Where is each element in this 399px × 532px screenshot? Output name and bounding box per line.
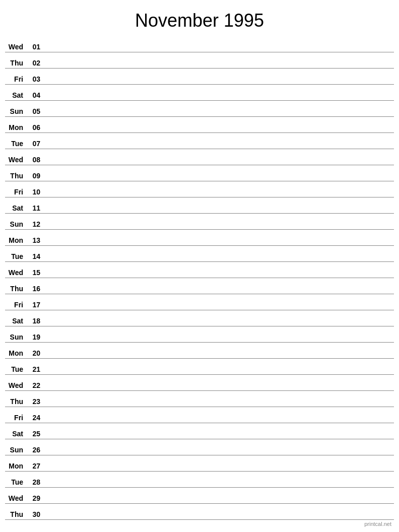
day-name: Tue (5, 365, 25, 373)
day-number: 10 (25, 188, 40, 196)
day-row: Mon20 (5, 343, 394, 359)
day-name: Sat (5, 430, 25, 438)
day-row: Thu02 (5, 52, 394, 69)
day-number: 25 (25, 430, 40, 438)
day-row: Thu23 (5, 391, 394, 407)
day-row: Tue28 (5, 472, 394, 488)
day-row: Mon27 (5, 455, 394, 472)
day-name: Sat (5, 91, 25, 99)
day-number: 02 (25, 59, 40, 67)
day-number: 30 (25, 510, 40, 518)
day-number: 27 (25, 462, 40, 470)
day-number: 18 (25, 317, 40, 325)
day-name: Sun (5, 446, 25, 454)
day-name: Wed (5, 156, 25, 164)
day-name: Fri (5, 75, 25, 83)
day-row: Tue14 (5, 246, 394, 262)
day-row: Wed08 (5, 149, 394, 165)
day-row: Fri03 (5, 69, 394, 85)
day-number: 26 (25, 446, 40, 454)
day-row: Sat04 (5, 85, 394, 101)
day-name: Mon (5, 123, 25, 131)
day-name: Wed (5, 381, 25, 389)
day-number: 15 (25, 269, 40, 277)
day-row: Fri17 (5, 294, 394, 310)
day-number: 11 (25, 204, 40, 212)
day-number: 22 (25, 381, 40, 389)
day-name: Thu (5, 59, 25, 67)
day-name: Tue (5, 252, 25, 260)
day-name: Thu (5, 285, 25, 293)
day-row: Wed29 (5, 488, 394, 504)
page-title: November 1995 (0, 0, 399, 36)
day-row: Mon13 (5, 230, 394, 246)
day-name: Sun (5, 220, 25, 228)
day-number: 13 (25, 236, 40, 244)
day-number: 23 (25, 397, 40, 406)
day-row: Wed15 (5, 262, 394, 278)
day-name: Sun (5, 333, 25, 341)
day-row: Sat18 (5, 310, 394, 326)
day-row: Sun26 (5, 439, 394, 455)
day-number: 29 (25, 494, 40, 502)
day-name: Wed (5, 269, 25, 277)
day-name: Mon (5, 462, 25, 470)
day-name: Fri (5, 188, 25, 196)
day-row: Thu16 (5, 278, 394, 294)
day-number: 04 (25, 91, 40, 99)
day-number: 12 (25, 220, 40, 228)
day-name: Thu (5, 172, 25, 180)
day-number: 14 (25, 252, 40, 260)
day-name: Sun (5, 107, 25, 115)
day-number: 09 (25, 172, 40, 180)
day-row: Fri10 (5, 181, 394, 197)
day-row: Mon06 (5, 117, 394, 133)
day-number: 01 (25, 43, 40, 51)
day-number: 03 (25, 75, 40, 83)
day-name: Mon (5, 236, 25, 244)
calendar-container: Wed01Thu02Fri03Sat04Sun05Mon06Tue07Wed08… (0, 36, 399, 520)
day-number: 19 (25, 333, 40, 341)
footer-text: printcal.net (364, 521, 391, 527)
day-name: Fri (5, 414, 25, 422)
day-name: Tue (5, 478, 25, 486)
day-number: 08 (25, 156, 40, 164)
day-number: 05 (25, 107, 40, 115)
day-row: Sun19 (5, 326, 394, 343)
day-row: Sun05 (5, 101, 394, 117)
day-row: Fri24 (5, 407, 394, 423)
day-row: Tue21 (5, 359, 394, 375)
day-number: 17 (25, 301, 40, 309)
day-number: 06 (25, 123, 40, 131)
day-row: Sat11 (5, 197, 394, 214)
day-number: 20 (25, 349, 40, 357)
day-number: 07 (25, 140, 40, 148)
day-row: Sun12 (5, 214, 394, 230)
day-name: Wed (5, 43, 25, 51)
day-name: Thu (5, 510, 25, 518)
day-name: Fri (5, 301, 25, 309)
day-row: Thu09 (5, 165, 394, 181)
day-number: 24 (25, 414, 40, 422)
day-row: Tue07 (5, 133, 394, 149)
day-name: Thu (5, 397, 25, 406)
day-number: 21 (25, 365, 40, 373)
day-number: 28 (25, 478, 40, 486)
day-name: Mon (5, 349, 25, 357)
day-row: Thu30 (5, 504, 394, 520)
day-name: Sat (5, 204, 25, 212)
day-row: Wed22 (5, 375, 394, 391)
day-name: Tue (5, 140, 25, 148)
day-name: Wed (5, 494, 25, 502)
day-name: Sat (5, 317, 25, 325)
day-row: Wed01 (5, 36, 394, 52)
day-row: Sat25 (5, 423, 394, 439)
day-number: 16 (25, 285, 40, 293)
